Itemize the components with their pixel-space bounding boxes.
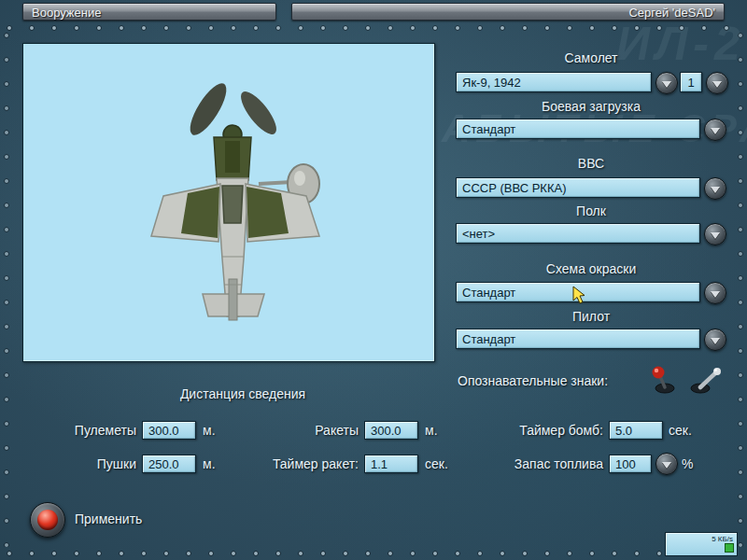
loadout-label: Боевая загрузка: [456, 99, 726, 114]
rockets-unit: м.: [425, 423, 438, 438]
aircraft-count-field[interactable]: [680, 72, 702, 92]
cannons-unit: м.: [203, 456, 216, 471]
rivet-strip-left: [3, 32, 10, 547]
bomb-timer-unit: сек.: [669, 423, 692, 438]
rockets-label: Ракеты: [289, 423, 359, 438]
regiment-label: Полк: [456, 203, 726, 218]
chevron-down-icon: [711, 232, 720, 239]
fuel-dropdown-button[interactable]: [655, 453, 678, 475]
paint-scheme-dropdown-button[interactable]: [704, 282, 726, 304]
rockets-input[interactable]: [364, 421, 418, 440]
aircraft-label: Самолет: [456, 50, 726, 65]
chevron-down-icon: [662, 462, 671, 469]
airforce-label: ВВС: [456, 156, 726, 171]
convergence-title: Дистанция сведения: [103, 386, 383, 401]
apply-label: Применить: [75, 511, 142, 526]
page-title: Вооружение: [32, 6, 101, 20]
loadout-select[interactable]: [456, 119, 700, 139]
apply-button[interactable]: [30, 502, 65, 538]
regiment-select[interactable]: [456, 223, 700, 244]
airforce-dropdown-button[interactable]: [704, 177, 726, 200]
markings-toggle-switches[interactable]: [650, 364, 728, 396]
fuel-unit: %: [682, 456, 693, 471]
cannons-input[interactable]: [142, 455, 196, 473]
machineguns-label: Пулеметы: [54, 423, 136, 438]
rocket-timer-input[interactable]: [364, 455, 418, 473]
rivet-strip-bottom: [6, 550, 741, 557]
network-speed-text: 5 КБ/s: [712, 535, 733, 543]
loadout-dropdown-button[interactable]: [704, 119, 726, 141]
chevron-down-icon: [711, 187, 720, 193]
chevron-down-icon: [662, 81, 671, 88]
aircraft-dropdown-button[interactable]: [655, 72, 678, 94]
aircraft-select[interactable]: [456, 72, 652, 92]
bomb-timer-input[interactable]: [609, 421, 663, 440]
armament-screen: ИЛ-2 ЗАБЫТЫЕ СРАЖЕНИЯ Вооружение Сергей …: [0, 0, 747, 560]
aircraft-count-dropdown-button[interactable]: [706, 72, 728, 94]
machineguns-input[interactable]: [142, 421, 196, 440]
player-name-bar: Сергей 'deSAD': [291, 3, 725, 21]
chevron-down-icon: [711, 291, 720, 298]
machineguns-unit: м.: [203, 423, 216, 438]
fuel-label: Запас топлива: [500, 456, 603, 471]
pilot-dropdown-button[interactable]: [704, 329, 726, 351]
pilot-label: Пилот: [456, 309, 726, 324]
cannons-label: Пушки: [54, 456, 136, 471]
network-status-panel: 5 КБ/s: [665, 532, 738, 556]
pilot-select[interactable]: [456, 329, 700, 349]
rivet-strip-top: [6, 24, 741, 32]
chevron-down-icon: [712, 81, 722, 88]
red-button-icon: [37, 510, 58, 530]
aircraft-preview-viewport: [22, 43, 435, 362]
markings-label: Опознавательные знаки:: [458, 373, 608, 388]
rivet-strip-right: [737, 32, 744, 547]
aircraft-top-view-image: [23, 44, 434, 361]
player-name: Сергей 'deSAD': [628, 6, 715, 20]
rocket-timer-label: Таймер ракет:: [256, 456, 359, 471]
connection-indicator-icon: [725, 543, 734, 553]
chevron-down-icon: [711, 338, 720, 344]
airforce-select[interactable]: [456, 177, 700, 198]
bomb-timer-label: Таймер бомб:: [502, 423, 603, 438]
regiment-dropdown-button[interactable]: [704, 223, 726, 245]
screen-title-bar: Вооружение: [22, 3, 276, 21]
fuel-input[interactable]: [609, 455, 652, 473]
paint-scheme-select[interactable]: [456, 282, 700, 302]
chevron-down-icon: [711, 128, 720, 134]
paint-scheme-label: Схема окраски: [456, 261, 726, 276]
rocket-timer-unit: сек.: [425, 456, 448, 471]
